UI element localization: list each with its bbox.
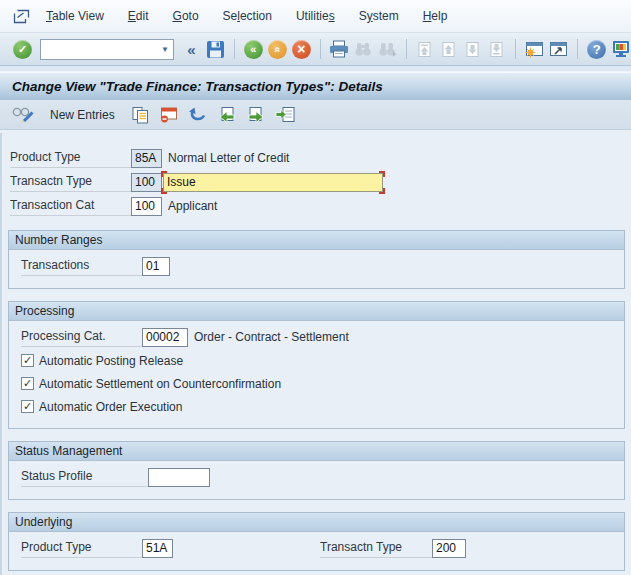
copy-as-icon[interactable]: [128, 103, 152, 127]
check-icon: ✓: [23, 378, 32, 389]
field-row-transactions: Transactions: [21, 254, 616, 278]
menu-edit[interactable]: Edit: [116, 5, 161, 27]
toolbar-separator: [515, 39, 516, 59]
transaction-cat-label: Transaction Cat: [10, 196, 131, 216]
other-entry-icon[interactable]: [273, 103, 297, 127]
automatic-posting-release-checkbox[interactable]: ✓: [21, 354, 34, 367]
save-icon[interactable]: [205, 37, 226, 61]
title-bar: Change View "Trade Finance: Transaction …: [0, 72, 631, 100]
find-next-icon[interactable]: [377, 37, 398, 61]
toolbar-separator: [577, 39, 578, 59]
up-icon[interactable]: «: [267, 37, 288, 61]
focus-corner: [161, 171, 167, 177]
menu-help[interactable]: Help: [411, 5, 460, 27]
processing-cat-label: Processing Cat.: [21, 327, 142, 347]
menu-system[interactable]: System: [347, 5, 411, 27]
product-type-description: Normal Letter of Credit: [168, 151, 289, 165]
menu-selection[interactable]: Selection: [211, 5, 284, 27]
focus-corner: [379, 171, 385, 177]
field-row-processing-cat: Processing Cat. Order - Contract - Settl…: [21, 325, 616, 349]
new-session-icon[interactable]: [524, 37, 545, 61]
transaction-cat-field[interactable]: [131, 197, 162, 216]
checkbox-row-order-execution: ✓ Automatic Order Execution: [21, 395, 616, 418]
group-underlying: Underlying Product Type Transactn Type: [8, 512, 625, 571]
group-processing-title: Processing: [9, 302, 624, 321]
back-icon[interactable]: «: [243, 37, 264, 61]
print-icon[interactable]: [329, 37, 350, 61]
field-row-product-type: Product Type Normal Letter of Credit: [10, 146, 631, 170]
transactions-label: Transactions: [21, 256, 142, 276]
chevron-down-icon[interactable]: ▼: [157, 45, 173, 54]
transactions-field[interactable]: [142, 257, 170, 276]
menu-utilities[interactable]: Utilities: [284, 5, 347, 27]
delete-icon[interactable]: [157, 103, 181, 127]
display-change-icon[interactable]: [10, 103, 37, 127]
next-entry-icon[interactable]: [244, 103, 268, 127]
group-status-management: Status Management Status Profile: [8, 441, 625, 500]
field-row-status-profile: Status Profile: [21, 465, 616, 489]
group-number-ranges-title: Number Ranges: [9, 231, 624, 250]
transactn-type-text-field[interactable]: [163, 173, 383, 192]
processing-cat-description: Order - Contract - Settlement: [194, 330, 349, 344]
toolbar-separator: [234, 39, 235, 59]
system-menu-icon[interactable]: [8, 9, 34, 24]
transaction-cat-description: Applicant: [168, 199, 217, 213]
customize-layout-icon[interactable]: [610, 37, 631, 61]
transactn-type-field[interactable]: [131, 173, 162, 192]
automatic-settlement-checkbox[interactable]: ✓: [21, 377, 34, 390]
group-status-management-title: Status Management: [9, 442, 624, 461]
focus-corner: [379, 188, 385, 194]
automatic-order-execution-checkbox[interactable]: ✓: [21, 400, 34, 413]
field-row-transactn-type: Transactn Type: [10, 170, 631, 194]
next-page-icon[interactable]: [462, 37, 483, 61]
automatic-order-execution-label: Automatic Order Execution: [39, 400, 182, 414]
find-icon[interactable]: [353, 37, 374, 61]
details-form: Product Type Normal Letter of Credit Tra…: [0, 133, 631, 575]
menu-bar: Table View Edit Goto Selection Utilities…: [0, 0, 631, 33]
checkbox-row-settlement: ✓ Automatic Settlement on Counterconfirm…: [21, 372, 616, 395]
transactn-type-label: Transactn Type: [10, 172, 131, 192]
status-profile-label: Status Profile: [21, 467, 148, 487]
page-title: Change View "Trade Finance: Transaction …: [12, 79, 383, 94]
menu-goto[interactable]: Goto: [161, 5, 211, 27]
underlying-product-type-field[interactable]: [142, 539, 173, 558]
product-type-label: Product Type: [10, 148, 131, 168]
standard-toolbar: ✓ ▼ « « « ×: [0, 33, 631, 66]
first-page-icon[interactable]: [414, 37, 435, 61]
underlying-product-type-label: Product Type: [21, 538, 142, 558]
field-row-underlying: Product Type Transactn Type: [21, 536, 616, 560]
toolbar-separator: [320, 39, 321, 59]
enter-check-glyph: ✓: [13, 40, 32, 59]
underlying-transactn-type-field[interactable]: [432, 539, 466, 558]
collapse-icon[interactable]: «: [181, 37, 202, 61]
new-entries-button[interactable]: New Entries: [42, 103, 123, 127]
group-number-ranges: Number Ranges Transactions: [8, 230, 625, 289]
command-input[interactable]: [41, 41, 157, 58]
command-field[interactable]: ▼: [40, 39, 174, 60]
transactn-type-text-wrapper: [163, 173, 383, 192]
create-shortcut-icon[interactable]: [548, 37, 569, 61]
toolbar-separator: [406, 39, 407, 59]
automatic-posting-release-label: Automatic Posting Release: [39, 354, 183, 368]
group-processing: Processing Processing Cat. Order - Contr…: [8, 301, 625, 429]
exit-icon[interactable]: ×: [291, 37, 312, 61]
status-profile-field[interactable]: [148, 468, 210, 487]
last-page-icon[interactable]: [486, 37, 507, 61]
menu-table-view[interactable]: Table View: [34, 5, 116, 27]
application-toolbar: New Entries: [0, 100, 631, 130]
focus-corner: [161, 188, 167, 194]
check-icon: ✓: [23, 401, 32, 412]
previous-page-icon[interactable]: [438, 37, 459, 61]
enter-icon[interactable]: ✓: [12, 37, 33, 61]
field-row-transaction-cat: Transaction Cat Applicant: [10, 194, 631, 218]
check-icon: ✓: [23, 355, 32, 366]
checkbox-row-posting-release: ✓ Automatic Posting Release: [21, 349, 616, 372]
processing-cat-field[interactable]: [142, 328, 188, 347]
previous-entry-icon[interactable]: [215, 103, 239, 127]
undo-icon[interactable]: [186, 103, 210, 127]
product-type-field[interactable]: [131, 149, 162, 168]
help-icon[interactable]: ?: [586, 37, 607, 61]
underlying-transactn-type-label: Transactn Type: [320, 538, 432, 558]
group-underlying-title: Underlying: [9, 513, 624, 532]
automatic-settlement-label: Automatic Settlement on Counterconfirmat…: [39, 377, 281, 391]
